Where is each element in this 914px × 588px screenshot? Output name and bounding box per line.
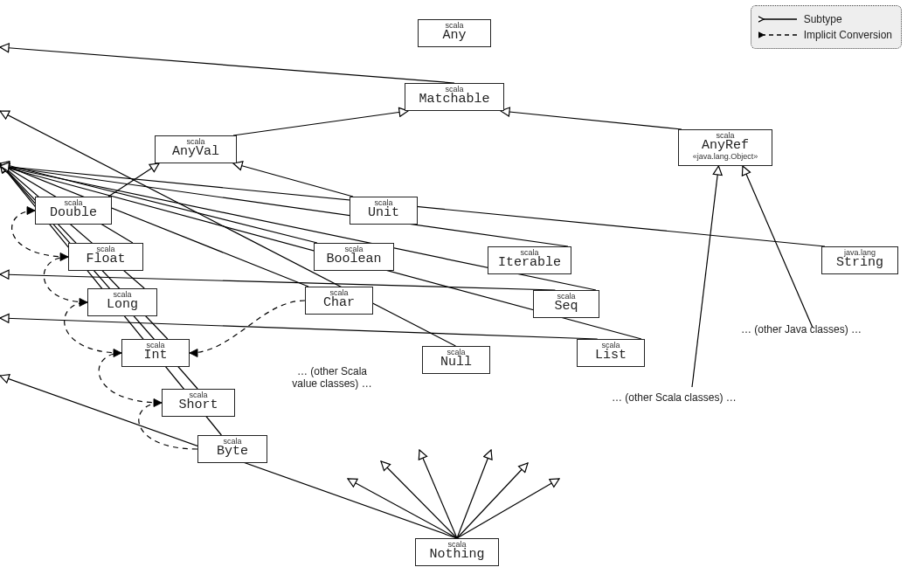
subtype-edge-nothing-fan-1 <box>381 461 457 538</box>
subtype-edge-nothing-fan-3 <box>457 450 491 538</box>
node-double: scalaDouble <box>35 197 112 225</box>
node-boolean: scalaBoolean <box>314 243 394 271</box>
subtype-edge-anyref-extra-1 <box>743 166 813 328</box>
node-byte: scalaByte <box>197 435 267 463</box>
node-name: Nothing <box>421 548 493 562</box>
subtype-edge-unit-anyval <box>233 163 353 197</box>
node-name: List <box>583 349 639 363</box>
node-name: Long <box>93 298 151 312</box>
subtype-edge-nothing-fan-4 <box>457 463 528 538</box>
node-anyref: scala AnyRef «java.lang.Object» <box>678 129 772 166</box>
subtype-edge-anyval-matchable <box>233 111 408 135</box>
annotation-other-java-classes: … (other Java classes) … <box>741 323 862 336</box>
node-name: String <box>827 256 892 270</box>
implicit-edge-char-int <box>190 301 305 353</box>
annotation-other-value-classes: … (other Scalavalue classes) … <box>267 365 398 391</box>
legend-implicit-row: Implicit Conversion <box>758 27 892 43</box>
node-name: Matchable <box>411 93 498 107</box>
node-char: scalaChar <box>305 287 373 315</box>
subtype-edge-list-seq <box>0 318 598 339</box>
diagram-canvas: Subtype Implicit Conversion <box>0 0 914 588</box>
subtype-edge-nothing-fan-2 <box>419 450 457 538</box>
node-string: java.langString <box>821 246 898 274</box>
node-null: scalaNull <box>422 346 490 374</box>
node-name: Double <box>41 206 106 220</box>
node-int: scalaInt <box>121 339 190 367</box>
subtype-edge-anyref-matchable <box>501 111 682 129</box>
node-name: Null <box>428 356 484 370</box>
node-matchable: scala Matchable <box>405 83 504 111</box>
node-name: Boolean <box>320 252 388 266</box>
node-name: AnyVal <box>161 145 231 159</box>
subtype-edge-anyref-extra-0 <box>692 166 718 387</box>
node-float: scalaFloat <box>68 243 143 271</box>
legend-subtype-arrow-icon <box>758 13 799 25</box>
node-subtitle: «java.lang.Object» <box>684 153 766 161</box>
node-unit: scalaUnit <box>350 197 418 225</box>
legend-implicit-label: Implicit Conversion <box>804 29 892 41</box>
node-name: Seq <box>539 300 593 314</box>
node-name: Char <box>311 296 367 310</box>
node-name: Unit <box>356 206 412 220</box>
subtype-edge-nothing-fan-5 <box>457 479 559 538</box>
node-name: Int <box>128 349 183 363</box>
node-name: AnyRef <box>684 139 766 153</box>
node-name: Iterable <box>494 256 565 270</box>
node-iterable: scalaIterable <box>488 246 571 274</box>
subtype-edge-matchable-any <box>0 47 454 83</box>
node-name: Short <box>168 398 229 412</box>
subtype-edge-nothing-fan-0 <box>348 479 457 538</box>
node-anyval: scala AnyVal <box>155 135 237 163</box>
node-long: scalaLong <box>87 288 157 316</box>
node-any: scala Any <box>418 19 491 47</box>
subtype-edge-seq-iterable <box>0 274 555 290</box>
subtype-edge-char-anyval <box>0 163 308 287</box>
node-list: scalaList <box>577 339 645 367</box>
legend-implicit-arrow-icon <box>758 29 799 41</box>
subtype-edge-double-anyval <box>108 163 159 197</box>
legend-subtype-row: Subtype <box>758 11 892 27</box>
node-name: Float <box>74 252 137 266</box>
legend-subtype-label: Subtype <box>804 13 842 25</box>
node-name: Any <box>424 29 485 43</box>
annotation-other-scala-classes: … (other Scala classes) … <box>612 391 737 404</box>
node-short: scalaShort <box>162 389 235 417</box>
node-seq: scalaSeq <box>533 290 599 318</box>
node-nothing: scalaNothing <box>415 538 499 566</box>
legend-box: Subtype Implicit Conversion <box>751 5 902 49</box>
node-name: Byte <box>204 445 261 459</box>
